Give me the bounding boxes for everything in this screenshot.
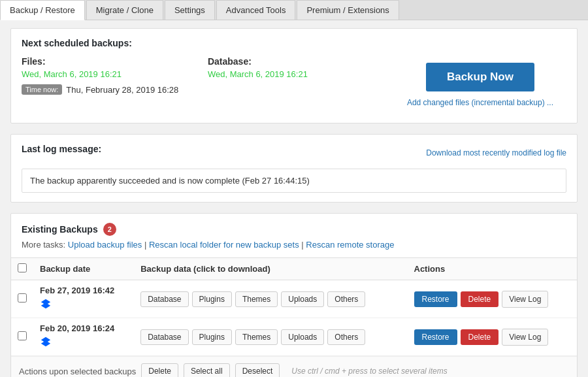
dropbox-icon <box>40 336 127 350</box>
actions-cell: RestoreDeleteView Log <box>408 318 578 356</box>
col-actions: Actions <box>408 258 578 280</box>
delete-button[interactable]: Delete <box>461 329 499 345</box>
existing-backups-section: Existing Backups 2 More tasks: Upload ba… <box>10 213 578 377</box>
data-download-button[interactable]: Others <box>327 291 365 307</box>
table-header: Backup date Backup data (click to downlo… <box>11 258 577 280</box>
data-download-button[interactable]: Themes <box>235 291 278 307</box>
actions-footer: Actions upon selected backups Delete Sel… <box>11 356 577 377</box>
log-section-header: Last log message: Download most recently… <box>22 144 566 162</box>
backup-now-col: Backup Now Add changed files (incrementa… <box>394 56 566 114</box>
separator-1: | <box>144 240 149 250</box>
time-now-badge: Time now: <box>22 84 62 95</box>
log-message: The backup apparently succeeded and is n… <box>22 169 566 193</box>
backup-date-cell: Feb 20, 2019 16:24 <box>33 318 134 356</box>
files-date: Wed, March 6, 2019 16:21 <box>22 69 195 79</box>
delete-button[interactable]: Delete <box>461 291 499 307</box>
backup-data-cell: DatabasePluginsThemesUploadsOthers <box>134 280 407 318</box>
backups-tbody: Feb 27, 2019 16:42DatabasePluginsThemesU… <box>11 280 577 356</box>
tab-advanced-tools[interactable]: Advanced Tools <box>216 0 296 20</box>
schedule-dates-col: Files: Wed, March 6, 2019 16:21 Time now… <box>22 56 394 114</box>
data-download-button[interactable]: Themes <box>235 329 278 345</box>
data-download-button[interactable]: Plugins <box>192 291 232 307</box>
existing-backups-title: Existing Backups <box>22 224 98 235</box>
data-download-button[interactable]: Plugins <box>192 329 232 345</box>
row-checkbox[interactable] <box>18 293 27 303</box>
scheduled-backups-title: Next scheduled backups: <box>22 38 566 48</box>
more-tasks-label: More tasks: <box>22 240 65 250</box>
col-backup-date: Backup date <box>33 258 134 280</box>
scheduled-backups-section: Next scheduled backups: Files: Wed, Marc… <box>10 28 578 123</box>
data-download-button[interactable]: Database <box>140 329 188 345</box>
existing-backups-header: Existing Backups 2 More tasks: Upload ba… <box>11 214 577 250</box>
col-checkbox <box>11 258 33 280</box>
data-download-button[interactable]: Uploads <box>281 329 324 345</box>
select-all-checkbox[interactable] <box>18 263 27 272</box>
footer-delete-button[interactable]: Delete <box>141 363 178 377</box>
actions-cell: RestoreDeleteView Log <box>408 280 578 318</box>
svg-marker-3 <box>41 340 50 346</box>
row-checkbox[interactable] <box>18 331 27 340</box>
dropbox-icon <box>40 298 127 312</box>
backups-count-badge: 2 <box>103 223 116 236</box>
footer-select-all-button[interactable]: Select all <box>184 363 230 377</box>
backups-table: Backup date Backup data (click to downlo… <box>11 257 577 356</box>
tab-bar: Backup / Restore Migrate / Clone Setting… <box>0 0 588 20</box>
tab-backup-restore[interactable]: Backup / Restore <box>0 0 85 20</box>
view-log-button[interactable]: View Log <box>502 329 548 346</box>
restore-button[interactable]: Restore <box>414 291 457 307</box>
upload-backup-files-link[interactable]: Upload backup files <box>68 240 142 250</box>
time-now-value: Thu, February 28, 2019 16:28 <box>66 85 178 95</box>
restore-button[interactable]: Restore <box>414 329 457 345</box>
log-section: Last log message: Download most recently… <box>10 134 578 203</box>
files-schedule: Files: Wed, March 6, 2019 16:21 Time now… <box>22 56 208 114</box>
rescan-local-link[interactable]: Rescan local folder for new backup sets <box>149 240 299 250</box>
tab-premium-extensions[interactable]: Premium / Extensions <box>297 0 399 20</box>
actions-upon-label: Actions upon selected backups <box>19 367 136 376</box>
backup-date-cell: Feb 27, 2019 16:42 <box>33 280 134 318</box>
download-log-link[interactable]: Download most recently modified log file <box>426 148 566 157</box>
col-backup-data: Backup data (click to download) <box>134 258 407 280</box>
rescan-remote-link[interactable]: Rescan remote storage <box>306 240 394 250</box>
data-download-button[interactable]: Uploads <box>281 291 324 307</box>
backup-now-button[interactable]: Backup Now <box>426 63 534 91</box>
svg-marker-1 <box>41 303 50 308</box>
backup-date-text: Feb 20, 2019 16:24 <box>40 323 127 333</box>
database-date: Wed, March 6, 2019 16:21 <box>208 69 381 79</box>
scheduled-backups-grid: Files: Wed, March 6, 2019 16:21 Time now… <box>22 56 566 114</box>
database-schedule: Database: Wed, March 6, 2019 16:21 <box>208 56 394 114</box>
existing-backups-title-row: Existing Backups 2 <box>22 223 566 236</box>
incremental-backup-link[interactable]: Add changed files (incremental backup) .… <box>407 98 553 107</box>
log-title: Last log message: <box>22 144 101 154</box>
files-label: Files: <box>22 56 195 67</box>
tab-settings[interactable]: Settings <box>165 0 215 20</box>
table-row: Feb 27, 2019 16:42DatabasePluginsThemesU… <box>11 280 577 318</box>
database-label: Database: <box>208 56 381 67</box>
more-tasks-row: More tasks: Upload backup files | Rescan… <box>22 240 566 250</box>
data-download-button[interactable]: Database <box>140 291 188 307</box>
data-download-button[interactable]: Others <box>327 329 365 345</box>
main-content: Next scheduled backups: Files: Wed, Marc… <box>0 20 588 377</box>
view-log-button[interactable]: View Log <box>502 291 548 308</box>
table-row: Feb 20, 2019 16:24DatabasePluginsThemesU… <box>11 318 577 356</box>
tab-migrate-clone[interactable]: Migrate / Clone <box>86 0 163 20</box>
backup-date-text: Feb 27, 2019 16:42 <box>40 286 127 295</box>
backup-data-cell: DatabasePluginsThemesUploadsOthers <box>134 318 407 356</box>
footer-deselect-button[interactable]: Deselect <box>235 363 280 377</box>
time-now-row: Time now: Thu, February 28, 2019 16:28 <box>22 84 195 95</box>
footer-hint: Use ctrl / cmd + press to select several… <box>291 367 447 376</box>
